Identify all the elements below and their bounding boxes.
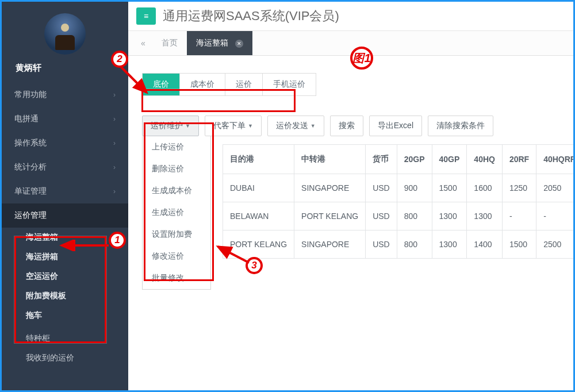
table-cell: 1300 (467, 202, 503, 230)
table-cell: - (536, 202, 575, 230)
sidebar-sub-special[interactable]: 特种柜 (2, 325, 128, 348)
avatar-block (2, 2, 128, 58)
table-cell: SINGAPORE (294, 230, 366, 259)
col-20gp[interactable]: 20GP (397, 145, 432, 174)
sidebar-item-label: 操作系统 (14, 138, 47, 148)
sidebar-item-ops[interactable]: 操作系统 › (2, 131, 128, 155)
table-cell: 900 (397, 174, 432, 202)
sidebar-sub-truck[interactable]: 拖车 (2, 306, 128, 325)
menu-item-batch-edit[interactable]: 批量修改 (143, 267, 210, 289)
maintain-dropdown-button[interactable]: 运价维护 ▼ (142, 116, 199, 136)
sidebar-item-doc[interactable]: 单证管理 › (2, 179, 128, 203)
price-tabs: 底价 成本价 运价 手机运价 (142, 73, 316, 96)
agent-order-button[interactable]: 代客下单 ▼ (205, 116, 262, 136)
menu-item-delete[interactable]: 删除运价 (143, 158, 210, 180)
tabs-scroll-left[interactable]: « (134, 32, 152, 55)
table-cell: - (502, 202, 536, 230)
col-dest[interactable]: 目的港 (223, 145, 294, 174)
sidebar-item-label: 电拼通 (14, 114, 39, 124)
table-cell: BELAWAN (223, 202, 294, 230)
col-40hqrf[interactable]: 40HQRF (536, 145, 575, 174)
price-tab-base[interactable]: 底价 (143, 74, 180, 95)
table-cell: 1600 (467, 174, 503, 202)
table-cell: 2500 (536, 230, 575, 259)
titlebar: ≡ 通用运费网SAAS系统(VIP会员) (128, 2, 573, 31)
caret-down-icon: ▼ (248, 123, 253, 129)
table-cell: 1500 (502, 230, 536, 259)
button-label: 运价维护 (151, 121, 183, 131)
table-cell: PORT KELANG (294, 202, 366, 230)
table-cell: USD (366, 174, 397, 202)
table-cell: DUBAI (223, 174, 294, 202)
table-cell: 1400 (467, 230, 503, 259)
tab-label: 海运整箱 (196, 38, 228, 47)
clear-search-button[interactable]: 清除搜索条件 (428, 116, 493, 136)
table-cell: 1250 (502, 174, 536, 202)
table-cell: 800 (397, 230, 432, 259)
tabs-bar: « 首页 海运整箱 ✕ (128, 31, 573, 56)
table-cell: 2050 (536, 174, 575, 202)
avatar[interactable] (44, 13, 86, 55)
tab-home[interactable]: 首页 (152, 31, 187, 55)
rate-table: 目的港 中转港 货币 20GP 40GP 40HQ 20RF 40HQRF 45… (223, 144, 575, 259)
tab-sea-fcl[interactable]: 海运整箱 ✕ (187, 31, 252, 55)
sidebar-item-common[interactable]: 常用功能 › (2, 83, 128, 107)
chevron-right-icon: › (113, 91, 116, 99)
sidebar-sub-received[interactable]: 我收到的运价 (2, 348, 128, 368)
menu-item-gen-cost[interactable]: 生成成本价 (143, 180, 210, 202)
table-row[interactable]: DUBAISINGAPOREUSD90015001600125020502200… (223, 174, 576, 202)
table-row[interactable]: BELAWANPORT KELANGUSD80013001300---- (223, 202, 576, 230)
sidebar-item-dianpin[interactable]: 电拼通 › (2, 107, 128, 131)
col-40hq[interactable]: 40HQ (467, 145, 503, 174)
username: 黄炳轩 (2, 58, 128, 83)
page-title: 通用运费网SAAS系统(VIP会员) (163, 7, 339, 25)
caret-down-icon: ▼ (310, 123, 316, 129)
col-40gp[interactable]: 40GP (432, 145, 467, 174)
table-cell: PORT KELANG (223, 230, 294, 259)
table-row[interactable]: PORT KELANGSINGAPOREUSD80013001400150025… (223, 230, 576, 259)
table-cell: SINGAPORE (294, 174, 366, 202)
sidebar-item-label: 统计分析 (14, 162, 47, 172)
hamburger-button[interactable]: ≡ (136, 7, 156, 25)
table-cell: USD (366, 230, 397, 259)
sidebar-item-label: 常用功能 (14, 90, 47, 100)
search-button[interactable]: 搜索 (330, 116, 363, 136)
tab-close-icon[interactable]: ✕ (235, 40, 243, 48)
toolbar: 运价维护 ▼ 上传运价 删除运价 生成成本价 生成运价 设置附加费 修改运价 批… (142, 116, 568, 136)
col-curr[interactable]: 货币 (366, 145, 397, 174)
sidebar-sub-surcharge-tpl[interactable]: 附加费模板 (2, 286, 128, 306)
sidebar-item-label: 单证管理 (14, 186, 47, 197)
table-cell: 800 (397, 202, 432, 230)
menu-item-gen-rate[interactable]: 生成运价 (143, 202, 210, 224)
table-cell: 1300 (432, 202, 467, 230)
send-rate-button[interactable]: 运价发送 ▼ (267, 116, 324, 136)
table-cell: 1300 (432, 230, 467, 259)
hamburger-icon: ≡ (144, 11, 148, 21)
price-tab-mobile[interactable]: 手机运价 (263, 74, 316, 95)
table-cell: USD (366, 202, 397, 230)
sidebar-sub-air[interactable]: 空运运价 (2, 267, 128, 286)
sidebar-item-stats[interactable]: 统计分析 › (2, 155, 128, 179)
caret-down-icon: ▼ (185, 123, 190, 129)
price-tab-rate[interactable]: 运价 (225, 74, 263, 95)
chevron-right-icon: › (113, 115, 116, 123)
main: ≡ 通用运费网SAAS系统(VIP会员) « 首页 海运整箱 ✕ 底价 成本价 … (128, 2, 573, 390)
col-20rf[interactable]: 20RF (502, 145, 536, 174)
sidebar-item-price[interactable]: 运价管理 (2, 203, 128, 228)
sidebar-sub-sea-fcl[interactable]: 海运整箱 (2, 228, 128, 247)
table-cell: 1500 (432, 174, 467, 202)
export-excel-button[interactable]: 导出Excel (369, 116, 422, 136)
menu-item-set-surcharge[interactable]: 设置附加费 (143, 224, 210, 245)
chevron-right-icon: › (113, 187, 116, 195)
menu-item-upload[interactable]: 上传运价 (143, 136, 210, 158)
chevron-right-icon: › (113, 163, 116, 171)
sidebar-sub-sea-lcl[interactable]: 海运拼箱 (2, 247, 128, 267)
chevron-right-icon: › (113, 139, 116, 147)
sidebar: 黄炳轩 常用功能 › 电拼通 › 操作系统 › 统计分析 › 单证管理 › 运价… (2, 2, 128, 390)
sidebar-item-label: 运价管理 (14, 210, 47, 221)
button-label: 运价发送 (276, 121, 308, 131)
col-via[interactable]: 中转港 (294, 145, 366, 174)
price-tab-cost[interactable]: 成本价 (180, 74, 225, 95)
maintain-dropdown-menu: 上传运价 删除运价 生成成本价 生成运价 设置附加费 修改运价 批量修改 (142, 136, 211, 290)
menu-item-edit-rate[interactable]: 修改运价 (143, 245, 210, 267)
